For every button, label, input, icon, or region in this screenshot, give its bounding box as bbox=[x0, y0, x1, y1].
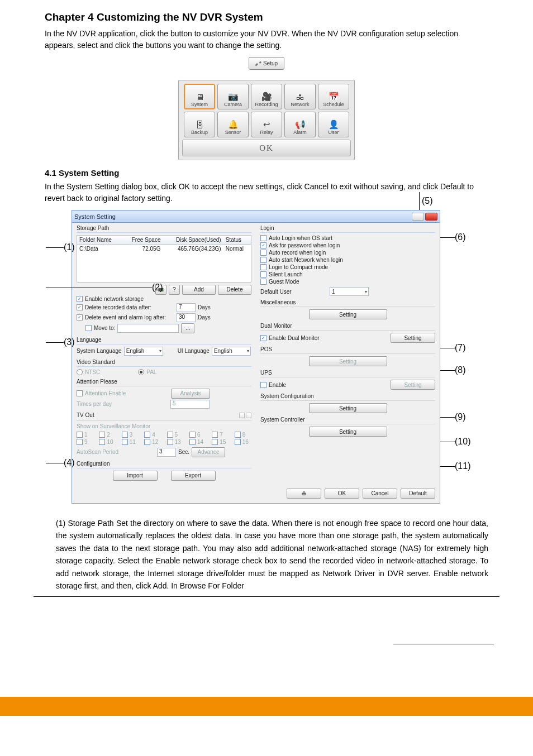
pal-radio[interactable] bbox=[138, 369, 144, 375]
delete-recorded-days-input[interactable]: 7 bbox=[177, 303, 196, 312]
login-title: Login bbox=[260, 225, 435, 231]
tvout-channel-9[interactable]: 9 bbox=[77, 439, 93, 445]
move-to-path-input[interactable] bbox=[117, 324, 179, 333]
tab-schedule[interactable]: 📅Schedule bbox=[318, 84, 349, 109]
cancel-button[interactable]: Cancel bbox=[363, 489, 397, 499]
table-row[interactable]: C:\Data 72.05G 465.76G(34.23G) Normal bbox=[77, 245, 251, 253]
tvout-checkbox-4[interactable] bbox=[144, 432, 150, 438]
tvout-checkbox-3[interactable] bbox=[122, 432, 128, 438]
tvout-checkbox-10[interactable] bbox=[99, 439, 105, 445]
login-checkbox-1[interactable]: ✓ bbox=[260, 242, 266, 248]
tab-recording[interactable]: 🎥Recording bbox=[251, 84, 282, 109]
default-button[interactable]: Default bbox=[401, 489, 435, 499]
tvout-checkbox-5[interactable] bbox=[167, 432, 173, 438]
export-button[interactable]: Export bbox=[171, 471, 216, 481]
tab-label: Recording bbox=[255, 102, 278, 107]
tab-backup[interactable]: 🗄Backup bbox=[184, 112, 215, 137]
tvout-channel-15[interactable]: 15 bbox=[212, 439, 229, 445]
attention-enable-checkbox[interactable] bbox=[77, 390, 83, 396]
tab-relay[interactable]: ↩Relay bbox=[251, 112, 282, 137]
tvout-channel-5[interactable]: 5 bbox=[167, 432, 184, 438]
tvout-channel-10[interactable]: 10 bbox=[99, 439, 116, 445]
login-checkbox-4[interactable] bbox=[260, 264, 266, 270]
autoscan-input[interactable]: 3 bbox=[157, 448, 176, 457]
times-per-day-input[interactable]: 5 bbox=[170, 400, 210, 409]
delete-recorded-checkbox[interactable]: ✓ bbox=[77, 304, 83, 310]
analysis-button[interactable]: Analysis bbox=[171, 389, 210, 399]
alarm-icon: 📢 bbox=[295, 119, 306, 130]
tab-sensor[interactable]: 🔔Sensor bbox=[217, 112, 249, 137]
login-checkbox-5[interactable] bbox=[260, 271, 266, 277]
tvout-checkbox-12[interactable] bbox=[144, 439, 150, 445]
tvout-checkbox-13[interactable] bbox=[167, 439, 173, 445]
tvout-checkbox-15[interactable] bbox=[212, 439, 218, 445]
delete-event-label: Delete event and alarm log after: bbox=[85, 314, 174, 320]
tvout-channel-2[interactable]: 2 bbox=[99, 432, 116, 438]
pos-setting-button[interactable]: Setting bbox=[309, 356, 387, 366]
tvout-checkbox-9[interactable] bbox=[77, 439, 83, 445]
tvout-checkbox-16[interactable] bbox=[235, 439, 241, 445]
tvout-channel-13[interactable]: 13 bbox=[167, 439, 184, 445]
help-icon-button[interactable]: ? bbox=[169, 285, 180, 295]
dual-setting-button[interactable]: Setting bbox=[391, 333, 435, 343]
tab-camera[interactable]: 📷Camera bbox=[217, 84, 249, 109]
misc-setting-button[interactable]: Setting bbox=[309, 309, 387, 319]
tvout-channel-6[interactable]: 6 bbox=[189, 432, 206, 438]
tvout-checkbox-14[interactable] bbox=[189, 439, 196, 445]
default-user-select[interactable]: 1 bbox=[330, 287, 369, 296]
callout-6: (6) bbox=[440, 232, 466, 242]
login-checkbox-3[interactable] bbox=[260, 257, 266, 263]
bottom-divider bbox=[34, 596, 499, 597]
ok-button[interactable]: OK bbox=[325, 489, 359, 499]
delete-event-checkbox[interactable]: ✓ bbox=[77, 314, 83, 320]
tvout-checkbox-11[interactable] bbox=[122, 439, 128, 445]
tab-user[interactable]: 👤User bbox=[318, 112, 349, 137]
delete-event-days-input[interactable]: 30 bbox=[177, 313, 196, 322]
print-button[interactable] bbox=[287, 489, 321, 499]
tab-network[interactable]: 🖧Network bbox=[284, 84, 316, 109]
tvout-checkbox-8[interactable] bbox=[235, 432, 241, 438]
tvout-prev-button[interactable] bbox=[239, 413, 245, 418]
enable-netstorage-checkbox[interactable]: ✓ bbox=[77, 296, 83, 302]
tab-alarm[interactable]: 📢Alarm bbox=[284, 112, 316, 137]
tvout-channel-12[interactable]: 12 bbox=[144, 439, 161, 445]
help-window-button[interactable] bbox=[412, 213, 424, 221]
syscfg-setting-button[interactable]: Setting bbox=[309, 403, 387, 413]
tvout-channel-14[interactable]: 14 bbox=[189, 439, 206, 445]
close-window-button[interactable] bbox=[425, 213, 437, 221]
tvout-channel-4[interactable]: 4 bbox=[144, 432, 161, 438]
document-page: Chapter 4 Customizing the NV DVR System … bbox=[0, 0, 533, 756]
move-to-browse-button[interactable]: ... bbox=[181, 323, 194, 333]
login-checkbox-0[interactable] bbox=[260, 235, 266, 241]
login-checkbox-6[interactable] bbox=[260, 279, 266, 285]
system-language-select[interactable]: English bbox=[124, 347, 163, 356]
add-button[interactable]: Add bbox=[182, 285, 216, 295]
tvout-checkbox-1[interactable] bbox=[77, 432, 83, 438]
login-checkbox-2[interactable] bbox=[260, 250, 266, 256]
tvout-channel-1[interactable]: 1 bbox=[77, 432, 93, 438]
tvout-checkbox-6[interactable] bbox=[189, 432, 196, 438]
tab-label: Schedule bbox=[323, 102, 344, 107]
tvout-checkbox-2[interactable] bbox=[99, 432, 105, 438]
import-button[interactable]: Import bbox=[113, 471, 158, 481]
ups-enable-checkbox[interactable] bbox=[260, 382, 266, 388]
advance-button[interactable]: Advance bbox=[192, 447, 225, 457]
move-to-checkbox[interactable] bbox=[85, 325, 92, 331]
tvout-channel-8[interactable]: 8 bbox=[235, 432, 251, 438]
tab-system[interactable]: 🖥System bbox=[184, 84, 215, 109]
tvout-channel-7[interactable]: 7 bbox=[212, 432, 229, 438]
tvout-channel-3[interactable]: 3 bbox=[122, 432, 139, 438]
ntsc-radio[interactable] bbox=[77, 369, 83, 375]
tab-row-1: 🖥System📷Camera🎥Recording🖧Network📅Schedul… bbox=[182, 84, 351, 109]
ui-language-select[interactable]: English bbox=[212, 347, 251, 356]
dual-enable-checkbox[interactable]: ✓ bbox=[260, 335, 266, 341]
camera-icon: 📷 bbox=[228, 92, 239, 102]
sysctl-setting-button[interactable]: Setting bbox=[309, 427, 387, 437]
ups-setting-button[interactable]: Setting bbox=[391, 380, 435, 390]
tvout-channel-16[interactable]: 16 bbox=[235, 439, 251, 445]
tvout-checkbox-7[interactable] bbox=[212, 432, 218, 438]
tvout-channel-11[interactable]: 11 bbox=[122, 439, 139, 445]
tvout-next-button[interactable] bbox=[246, 413, 251, 418]
delete-button[interactable]: Delete bbox=[218, 285, 251, 295]
tabs-ok-button[interactable]: OK bbox=[182, 140, 351, 156]
